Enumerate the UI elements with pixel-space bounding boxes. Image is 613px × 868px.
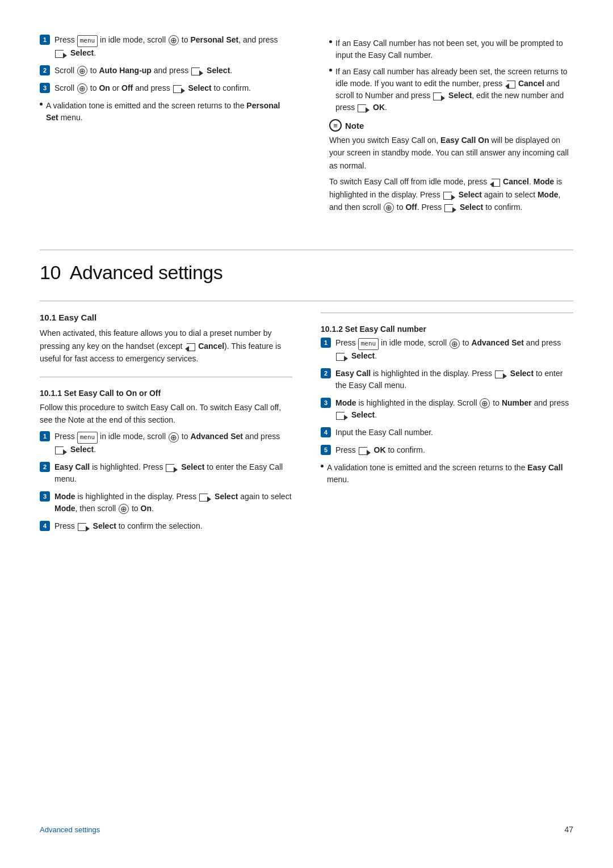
- step-num-10-1-2-3: 3: [321, 398, 331, 408]
- sel-3: [199, 492, 212, 502]
- section-10-1-1-intro: Follow this procedure to switch Easy Cal…: [40, 401, 292, 427]
- right-top-divider: [321, 313, 573, 313]
- select-icon-2: [191, 66, 204, 75]
- section-10-1-2-steps: 1 Press menu in idle mode, scroll to Adv…: [321, 337, 573, 456]
- step-10-1-1-4: 4 Press Select to confirm the selection.: [40, 520, 292, 532]
- divider-10-1: [40, 377, 292, 377]
- chapter-divider: [40, 301, 573, 301]
- prev-step-2-text: Scroll to Auto Hang-up and press Select.: [54, 65, 232, 77]
- scroll-icon: [169, 35, 179, 45]
- step-10-1-2-5: 5 Press OK to confirm.: [321, 444, 573, 456]
- chapter-title: 10 Advanced settings: [40, 262, 573, 284]
- sel-r2: [495, 369, 507, 378]
- step-10-1-2-1: 1 Press menu in idle mode, scroll to Adv…: [321, 337, 573, 362]
- main-left: 10.1 Easy Call When activated, this feat…: [40, 313, 292, 814]
- step-10-1-2-1-text: Press menu in idle mode, scroll to Advan…: [335, 337, 573, 362]
- top-section: 1 Press menu in idle mode, scroll to Per…: [40, 34, 573, 221]
- top-right-bullet-1: If an Easy Call number has not been set,…: [329, 37, 573, 61]
- scroll-3: [119, 504, 129, 514]
- prev-bullet-1-text: A validation tone is emitted and the scr…: [46, 100, 284, 124]
- step-num-10-1-1-2: 2: [40, 462, 50, 472]
- note-text-2: To switch Easy Call off from idle mode, …: [329, 175, 573, 213]
- menu-icon: menu: [77, 35, 98, 47]
- step-10-1-1-4-text: Press Select to confirm the selection.: [54, 520, 203, 532]
- section-10-1-2-title: 10.1.2 Set Easy Call number: [321, 325, 573, 334]
- prev-step-3-text: Scroll to On or Off and press Select to …: [54, 82, 251, 94]
- step-num-1: 1: [40, 35, 50, 45]
- scroll-r1: [450, 339, 460, 349]
- step-10-1-2-4-text: Input the Easy Call number.: [335, 427, 433, 439]
- note-text-1: When you switch Easy Call on, Easy Call …: [329, 134, 573, 172]
- step-10-1-1-3-text: Mode is highlighted in the display. Pres…: [54, 491, 292, 515]
- section-10-1-2-bullets: A validation tone is emitted and the scr…: [321, 462, 573, 486]
- page: 1 Press menu in idle mode, scroll to Per…: [0, 0, 613, 868]
- scroll-r3: [480, 398, 490, 408]
- sel-1: [55, 445, 68, 454]
- step-10-1-1-3: 3 Mode is highlighted in the display. Pr…: [40, 491, 292, 515]
- step-10-1-2-3-text: Mode is highlighted in the display. Scro…: [335, 397, 573, 421]
- bullet-dot-r2: [329, 69, 332, 71]
- prev-steps-list: 1 Press menu in idle mode, scroll to Per…: [40, 34, 284, 94]
- top-right-bullet-1-text: If an Easy Call number has not been set,…: [335, 37, 573, 61]
- step-10-1-2-2: 2 Easy Call is highlighted in the displa…: [321, 368, 573, 391]
- step-num-10-1-1-3: 3: [40, 491, 50, 502]
- step-10-1-1-1: 1 Press menu in idle mode, scroll to Adv…: [40, 431, 292, 456]
- select-icon-note2: [444, 203, 457, 212]
- bullet-10-1-2: A validation tone is emitted and the scr…: [321, 462, 573, 486]
- step-10-1-2-4: 4 Input the Easy Call number.: [321, 427, 573, 439]
- bullet-dot-r1: [329, 40, 332, 43]
- step-num-2: 2: [40, 65, 50, 75]
- sel-4: [78, 522, 90, 531]
- top-divider: [40, 250, 573, 250]
- top-right-bullets: If an Easy Call number has not been set,…: [329, 37, 573, 113]
- step-num-10-1-2-2: 2: [321, 368, 331, 378]
- select-icon: [55, 49, 68, 58]
- main-right: 10.1.2 Set Easy Call number 1 Press menu…: [321, 313, 573, 814]
- scroll-1: [169, 432, 179, 443]
- step-num-10-1-2-5: 5: [321, 445, 331, 455]
- step-10-1-1-2-text: Easy Call is highlighted. Press Select t…: [54, 461, 292, 485]
- scroll-icon-note: [384, 203, 394, 213]
- step-10-1-1-2: 2 Easy Call is highlighted. Press Select…: [40, 461, 292, 485]
- sel-2: [166, 463, 178, 472]
- bullet-10-1-2-text: A validation tone is emitted and the scr…: [327, 462, 573, 486]
- cancel-icon-note: [490, 178, 500, 187]
- note-label: Note: [345, 121, 364, 130]
- top-right-bullet-2-text: If an Easy call number has already been …: [335, 66, 573, 113]
- select-icon-ok: [358, 103, 370, 112]
- step-num-10-1-1-1: 1: [40, 431, 50, 441]
- step-10-1-2-3: 3 Mode is highlighted in the display. Sc…: [321, 397, 573, 421]
- section-10-1-1-title: 10.1.1 Set Easy Call to On or Off: [40, 389, 292, 398]
- step-num-10-1-2-1: 1: [321, 338, 331, 348]
- step-num-3: 3: [40, 83, 50, 93]
- select-icon-note: [443, 191, 456, 200]
- cancel-icon: [505, 79, 515, 89]
- note-box: ≡ Note When you switch Easy Call on, Eas…: [329, 119, 573, 213]
- sel-r3: [336, 411, 349, 420]
- top-right-col: If an Easy Call number has not been set,…: [318, 34, 573, 221]
- bullet-dot: [40, 103, 43, 106]
- step-num-10-1-1-4: 4: [40, 521, 50, 531]
- note-header: ≡ Note: [329, 119, 573, 132]
- step-10-1-1-1-text: Press menu in idle mode, scroll to Advan…: [54, 431, 292, 456]
- footer: Advanced settings 47: [40, 814, 573, 834]
- menu-icon-r1: menu: [358, 338, 379, 350]
- prev-step-1-text: Press menu in idle mode, scroll to Perso…: [54, 34, 284, 59]
- menu-icon-1: menu: [77, 432, 98, 444]
- section-10-1-title: 10.1 Easy Call: [40, 313, 292, 322]
- prev-step-1: 1 Press menu in idle mode, scroll to Per…: [40, 34, 284, 59]
- footer-page-number: 47: [564, 825, 573, 834]
- step-num-10-1-2-4: 4: [321, 427, 331, 437]
- chapter-num: 10: [40, 262, 61, 283]
- chapter-name: Advanced settings: [70, 262, 222, 283]
- sel-r1: [336, 352, 349, 361]
- select-icon-3: [173, 84, 186, 93]
- step-10-1-2-5-text: Press OK to confirm.: [335, 444, 425, 456]
- bullet-dot-r: [321, 465, 324, 467]
- scroll-icon-3: [77, 83, 87, 94]
- note-icon: ≡: [329, 119, 342, 132]
- top-left-col: 1 Press menu in idle mode, scroll to Per…: [40, 34, 295, 221]
- prev-bullet-1: A validation tone is emitted and the scr…: [40, 100, 284, 124]
- select-icon-r: [433, 91, 446, 100]
- section-10-1-1-steps: 1 Press menu in idle mode, scroll to Adv…: [40, 431, 292, 532]
